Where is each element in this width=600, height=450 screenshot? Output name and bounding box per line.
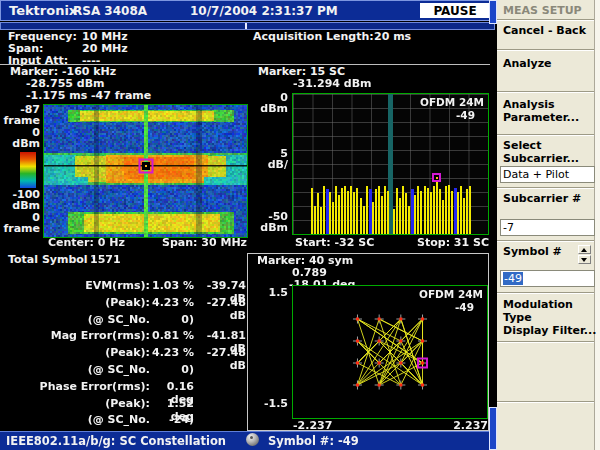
spectrum-badge-num: -49 <box>456 109 475 121</box>
acquisition-value: 20 ms <box>374 31 411 43</box>
sidebar-menu: MEAS SETUP Cancel - Back Analyze Analysi… <box>497 0 600 450</box>
menu-item-select-subcarrier[interactable]: Select Subcarrier... <box>503 139 579 165</box>
results-rows: EVM(rms):1.03 %-39.74 dB(Peak):4.23 %-27… <box>8 279 248 430</box>
status-symbol-label: Symbol #: -49 <box>268 434 359 448</box>
spectrum-badge: OFDM 24M <box>420 96 484 108</box>
constellation-badge: OFDM 24M <box>419 288 483 300</box>
spectrum-marker-line2: -31.294 dBm <box>293 78 372 90</box>
model-label: RSA 3408A <box>73 5 147 18</box>
spectrogram-center-label: Center: 0 Hz <box>48 237 125 249</box>
results-row: (Peak):4.23 %-27.48 dB <box>8 296 248 313</box>
constellation-panel: OFDM 24M -49 <box>292 285 488 419</box>
spectrogram-marker-line3: -1.175 ms -47 frame <box>26 90 151 102</box>
results-row: Phase Error(rms):0.16 deg <box>8 380 248 397</box>
subcarrier-number-field[interactable]: -7 <box>500 219 595 236</box>
instrument-screen: Tektronix RSA 3408A 10/7/2004 2:31:37 PM… <box>0 0 600 450</box>
spectrum-stop-label: Stop: 31 SC <box>400 237 489 249</box>
symbol-spinner-up[interactable] <box>578 245 591 254</box>
acquisition-label: Acquisition Length: <box>253 31 374 43</box>
menu-item-subcarrier-number[interactable]: Subcarrier # <box>503 192 581 205</box>
results-row: Mag Error(rms):0.81 %-41.81 dB <box>8 329 248 346</box>
menu-item-analysis-parameter[interactable]: Analysis Parameter... <box>503 98 579 124</box>
results-row: (Peak):4.23 %-27.48 dB <box>8 346 248 363</box>
brand-logo: Tektronix <box>9 4 77 17</box>
menu-item-modulation-type-display-filter[interactable]: Modulation Type Display Filter... <box>503 298 600 337</box>
menu-item-symbol-number[interactable]: Symbol # <box>503 245 562 258</box>
constellation-ybot: -1.5 <box>250 398 288 410</box>
spectrum-ymid-unit: dB/ <box>250 159 288 171</box>
symbol-number-field[interactable]: -49 <box>500 270 595 287</box>
menu-item-analyze[interactable]: Analyze <box>503 57 552 70</box>
constellation-ytop: 1.5 <box>250 287 288 299</box>
results-row: (@ SC_No.-24) <box>8 413 248 430</box>
frame-axis-bottom-unit: frame <box>0 223 40 235</box>
symbol-spinner-down[interactable] <box>578 255 591 264</box>
menu-scroll-bottom <box>489 407 497 450</box>
results-row: (@ SC_No.0) <box>8 313 248 330</box>
results-row: EVM(rms):1.03 %-39.74 dB <box>8 279 248 296</box>
select-subcarrier-field[interactable]: Data + Pilot <box>500 166 595 183</box>
scrollbar-tick <box>245 23 247 29</box>
spectrum-ytop-unit: dBm <box>250 103 288 115</box>
menu-item-cancel-back[interactable]: Cancel - Back <box>503 24 586 37</box>
datetime-label: 10/7/2004 2:31:37 PM <box>190 5 338 18</box>
constellation-badge-num: -49 <box>455 301 474 313</box>
pause-button[interactable]: PAUSE <box>419 2 491 19</box>
acquisition-scrollbar[interactable] <box>0 22 495 30</box>
total-symbol-value: 1571 <box>90 254 121 266</box>
knob-icon <box>246 433 259 446</box>
spectrum-ybot-unit: dBm <box>250 222 288 234</box>
total-symbol-label: Total Symbol : <box>8 254 96 266</box>
color-scale-gradient <box>20 152 36 188</box>
color-scale-top-unit: dBm <box>0 138 40 150</box>
results-row: (Peak):1.52 deg <box>8 397 248 414</box>
symbol-number-selected-text: -49 <box>503 272 523 285</box>
spectrogram-span-label: Span: 30 MHz <box>150 237 247 249</box>
menu-title: MEAS SETUP <box>503 4 582 17</box>
spectrum-marker-box <box>432 173 441 182</box>
spectrogram-canvas <box>44 105 247 237</box>
results-row: (@ SC_No.0) <box>8 363 248 380</box>
spectrum-panel: OFDM 24M -49 <box>292 93 489 235</box>
spectrum-start-label: Start: -32 SC <box>295 237 374 249</box>
status-mode-label: IEEE802.11a/b/g: SC Constellation <box>6 434 226 448</box>
menu-scroll-top <box>489 0 497 24</box>
